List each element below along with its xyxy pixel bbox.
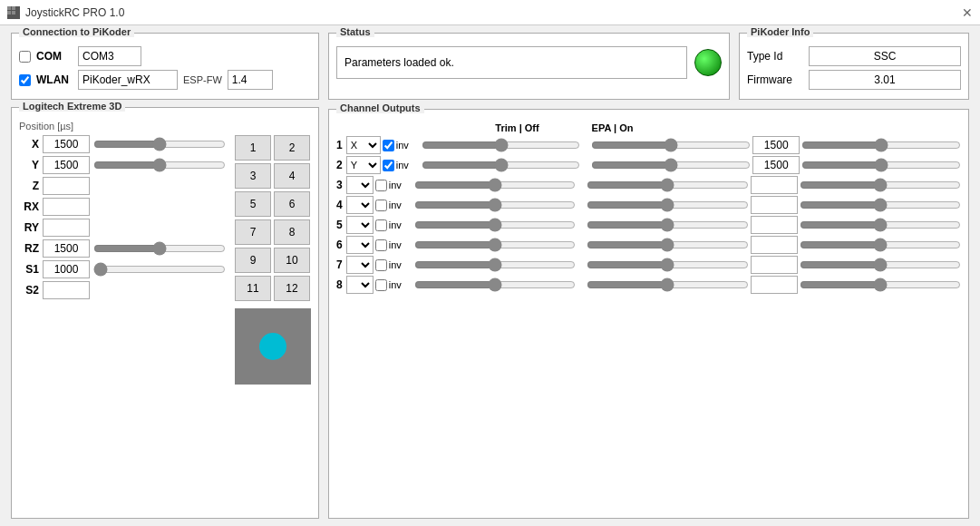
axis-ry-value[interactable] [43, 219, 90, 237]
wlan-checkbox[interactable] [19, 74, 31, 86]
ch1-inv-label: inv [396, 140, 420, 151]
ch5-trim-slider[interactable] [414, 219, 576, 231]
btn-1[interactable]: 1 [235, 135, 271, 161]
ch6-value[interactable] [751, 236, 798, 254]
btn-8[interactable]: 8 [274, 219, 310, 245]
ch1-epa-slider[interactable] [591, 139, 751, 151]
ch7-inv-checkbox[interactable] [375, 259, 387, 271]
ch7-trim-slider[interactable] [414, 258, 576, 271]
ch7-epa-slider[interactable] [587, 258, 748, 271]
ch8-out-slider[interactable] [800, 278, 961, 291]
ch1-select[interactable]: XYZRXRYRZS1S2 [346, 136, 381, 154]
joystick-pad[interactable] [235, 308, 311, 385]
ch5-epa-slider[interactable] [587, 219, 748, 231]
ch6-trim-slider[interactable] [414, 239, 576, 251]
ch4-select[interactable]: XY [346, 196, 374, 214]
ch5-out-slider[interactable] [800, 219, 961, 231]
ch2-select[interactable]: YXZRXRYRZS1S2 [346, 156, 381, 174]
ch8-select[interactable]: XY [346, 276, 374, 294]
btn-9[interactable]: 9 [235, 248, 271, 273]
ch5-value[interactable] [751, 216, 798, 234]
ch2-value[interactable] [752, 156, 800, 174]
esp-fw-label: ESP-FW [183, 74, 222, 85]
btn-3[interactable]: 3 [235, 163, 271, 189]
ch4-inv-checkbox[interactable] [375, 200, 387, 211]
app-title: JoystickRC PRO 1.0 [25, 6, 124, 19]
axis-rz-slider[interactable] [93, 242, 226, 255]
ch1-trim-slider[interactable] [422, 139, 581, 151]
ch5-inv-checkbox[interactable] [375, 219, 387, 231]
ch3-epa-slider[interactable] [587, 179, 748, 191]
axis-x-value[interactable] [43, 135, 90, 153]
ch8-inv-checkbox[interactable] [375, 279, 387, 291]
ch1-num: 1 [336, 139, 343, 151]
btn-4[interactable]: 4 [274, 163, 310, 189]
channel-row-5: 5 XY inv [336, 216, 961, 234]
ch2-inv-checkbox[interactable] [383, 160, 394, 171]
ch3-trim-slider[interactable] [414, 179, 576, 191]
axis-z-label: Z [19, 180, 39, 192]
ch8-epa-slider[interactable] [587, 278, 748, 291]
pikoder-type-value[interactable] [809, 46, 961, 66]
ch8-trim-slider[interactable] [414, 278, 576, 291]
btn-2[interactable]: 2 [274, 135, 310, 161]
joystick-title: Logitech Extreme 3D [19, 101, 125, 112]
btn-6[interactable]: 6 [274, 191, 310, 217]
ch3-select[interactable]: XY [346, 176, 374, 194]
ch6-select[interactable]: XY [346, 236, 374, 254]
axis-s1-label: S1 [19, 263, 39, 276]
btn-11[interactable]: 11 [235, 276, 271, 301]
ch2-epa-slider[interactable] [591, 159, 751, 171]
axis-y-slider[interactable] [93, 159, 226, 171]
status-led [694, 49, 722, 76]
ch3-value[interactable] [751, 176, 798, 194]
close-button[interactable]: ✕ [962, 5, 973, 20]
ch5-select[interactable]: XY [346, 216, 374, 234]
ch5-inv-label: inv [389, 219, 412, 230]
ch3-inv-checkbox[interactable] [375, 180, 387, 191]
ch3-out-slider[interactable] [800, 179, 961, 191]
ch7-out-slider[interactable] [800, 258, 961, 271]
ch4-value[interactable] [751, 196, 798, 214]
ch4-out-slider[interactable] [800, 199, 961, 211]
ch6-epa-slider[interactable] [587, 239, 748, 251]
ch1-value[interactable] [752, 136, 800, 154]
com-value-input[interactable] [78, 46, 141, 66]
status-message: Parameters loaded ok. [336, 46, 687, 79]
axis-z-value[interactable] [43, 177, 90, 195]
channel-row-3: 3 XY inv [336, 176, 961, 194]
esp-fw-value-input[interactable] [228, 70, 273, 90]
ch6-inv-checkbox[interactable] [375, 239, 387, 251]
ch7-select[interactable]: XY [346, 256, 374, 274]
pikoder-firmware-value[interactable] [809, 70, 961, 90]
axis-rx-value[interactable] [43, 198, 90, 216]
axis-s1-value[interactable] [43, 260, 90, 278]
axis-s1-slider[interactable] [93, 263, 226, 276]
ch4-epa-slider[interactable] [587, 199, 748, 211]
ch7-value[interactable] [751, 256, 798, 274]
axis-x-label: X [19, 138, 39, 151]
ch2-out-slider[interactable] [801, 159, 961, 171]
axis-x-slider[interactable] [93, 138, 226, 151]
ch6-out-slider[interactable] [800, 239, 961, 251]
btn-7[interactable]: 7 [235, 219, 271, 245]
com-checkbox[interactable] [19, 51, 31, 63]
app-icon [7, 6, 20, 19]
ch8-num: 8 [336, 278, 343, 291]
axis-s2-value[interactable] [43, 281, 90, 299]
btn-10[interactable]: 10 [274, 248, 310, 273]
wlan-value-input[interactable] [78, 70, 178, 90]
svg-rect-3 [12, 11, 15, 15]
btn-12[interactable]: 12 [274, 276, 310, 301]
axis-rz-value[interactable] [43, 239, 90, 258]
ch1-out-slider[interactable] [801, 139, 961, 151]
wlan-label: WLAN [36, 73, 73, 86]
axis-y-value[interactable] [43, 156, 90, 174]
channel-title: Channel Outputs [336, 102, 424, 113]
ch8-value[interactable] [751, 276, 798, 294]
ch4-trim-slider[interactable] [414, 199, 576, 211]
svg-rect-2 [7, 11, 11, 15]
ch1-inv-checkbox[interactable] [383, 140, 394, 151]
btn-5[interactable]: 5 [235, 191, 271, 217]
ch2-trim-slider[interactable] [422, 159, 581, 171]
